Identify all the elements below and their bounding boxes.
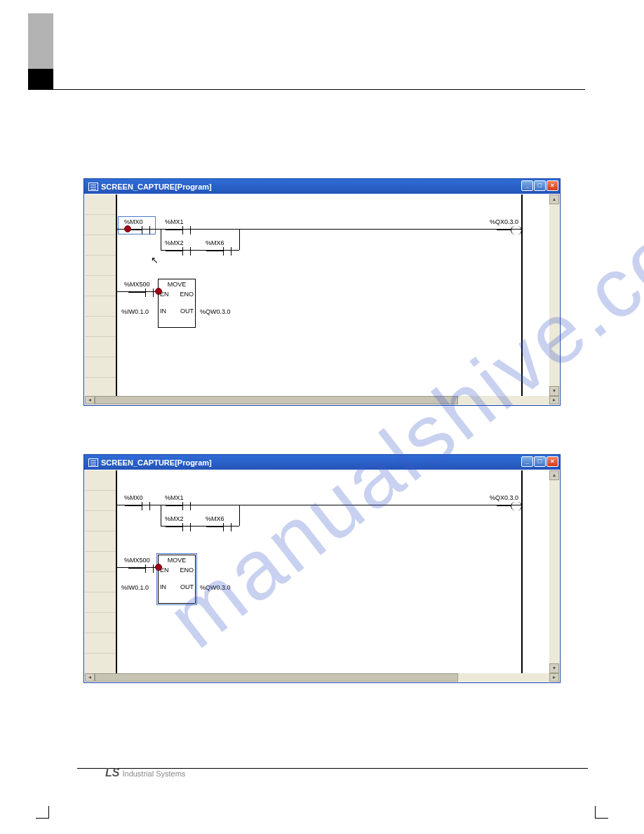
window-a: SCREEN_CAPTURE[Program] _ □ × (83, 178, 561, 406)
scroll-right-button[interactable]: ▸ (549, 673, 559, 682)
function-block-move[interactable]: MOVE EN ENO IN OUT (158, 555, 196, 604)
program-icon (88, 183, 98, 191)
contact-mx0[interactable]: %MX0 (124, 494, 143, 502)
contact-label: %MX500 (124, 281, 150, 288)
coil-label: %QX0.3.0 (490, 494, 518, 501)
contact-mx1[interactable]: %MX1 (165, 218, 184, 226)
left-rail (116, 470, 117, 673)
contact-mx6[interactable]: %MX6 (206, 515, 224, 523)
fb-pin-eno: ENO (180, 567, 194, 574)
scroll-down-button[interactable]: ▾ (549, 663, 559, 673)
close-button[interactable]: × (546, 180, 558, 191)
contact-mx2[interactable]: %MX2 (165, 239, 184, 247)
scroll-thumb[interactable] (95, 396, 458, 404)
fb-in-value: %IW0.1.0 (121, 308, 149, 315)
contact-label: %MX500 (124, 557, 150, 564)
maximize-button[interactable]: □ (534, 180, 546, 191)
fb-out-value: %QW0.3.0 (200, 584, 231, 591)
right-rail (521, 194, 523, 396)
wire (161, 229, 161, 250)
scroll-left-button[interactable]: ◂ (85, 673, 95, 682)
titlebar-b[interactable]: SCREEN_CAPTURE[Program] _ □ × (84, 455, 560, 470)
program-icon (88, 458, 98, 467)
contact-label: %MX0 (124, 218, 143, 225)
contact-mx2[interactable]: %MX2 (165, 515, 184, 523)
contact-label: %MX1 (165, 494, 184, 501)
logo-suffix: Industrial Systems (122, 769, 185, 778)
close-button[interactable]: × (546, 456, 558, 467)
minimize-button[interactable]: _ (521, 180, 533, 191)
window-title-a: SCREEN_CAPTURE[Program] (101, 183, 212, 191)
contact-mx500[interactable]: %MX500 (124, 281, 150, 289)
right-rail (521, 470, 523, 673)
left-rail (116, 194, 117, 396)
contact-mx1[interactable]: %MX1 (165, 494, 184, 502)
minimize-button[interactable]: _ (521, 456, 533, 467)
contact-label: %MX0 (124, 494, 143, 501)
contact-label: %MX1 (165, 218, 184, 225)
vertical-scrollbar[interactable]: ▴ ▾ (549, 194, 559, 396)
row-gutter (85, 470, 116, 673)
contact-label: %MX2 (165, 239, 184, 246)
scroll-thumb[interactable] (95, 673, 458, 682)
fb-pin-out: OUT (180, 583, 194, 590)
fb-pin-in: IN (160, 583, 166, 590)
breakpoint-icon[interactable] (124, 225, 131, 232)
crop-mark (596, 818, 608, 819)
coil-qx030[interactable]: %QX0.3.0 (490, 494, 518, 502)
contact-label: %MX6 (206, 239, 224, 246)
coil-qx030[interactable]: %QX0.3.0 (490, 218, 518, 226)
page-header-rule (53, 89, 585, 90)
mouse-cursor-icon: ↖ (151, 255, 159, 265)
scroll-up-button[interactable]: ▴ (549, 194, 559, 204)
row-gutter (85, 194, 116, 396)
fb-in-value: %IW0.1.0 (121, 584, 149, 591)
crop-mark (36, 818, 48, 819)
wire (161, 505, 161, 526)
window-b: SCREEN_CAPTURE[Program] _ □ × %MX0 (83, 454, 561, 683)
wire (239, 229, 240, 250)
fb-pin-out: OUT (180, 307, 194, 315)
contact-label: %MX2 (165, 515, 184, 522)
logo-text: LS (105, 767, 119, 779)
ladder-canvas-a[interactable]: %MX0 %MX1 %QX0.3.0 (116, 194, 549, 396)
page-header-mark (28, 13, 53, 90)
crop-mark (595, 806, 596, 819)
horizontal-scrollbar[interactable]: ◂ ▸ (85, 396, 559, 404)
function-block-move[interactable]: MOVE EN ENO IN OUT (158, 279, 196, 328)
footer-logo: LSIndustrial Systems (105, 767, 185, 779)
titlebar-a[interactable]: SCREEN_CAPTURE[Program] _ □ × (84, 179, 560, 194)
vertical-scrollbar[interactable]: ▴ ▾ (549, 470, 559, 673)
breakpoint-icon[interactable] (155, 564, 162, 571)
window-title-b: SCREEN_CAPTURE[Program] (101, 458, 212, 467)
scroll-left-button[interactable]: ◂ (85, 396, 95, 404)
fb-name: MOVE (159, 279, 195, 289)
breakpoint-icon[interactable] (155, 288, 162, 295)
fb-out-value: %QW0.3.0 (200, 308, 231, 315)
scroll-right-button[interactable]: ▸ (549, 396, 559, 404)
scroll-down-button[interactable]: ▾ (549, 386, 559, 396)
horizontal-scrollbar[interactable]: ◂ ▸ (85, 673, 559, 682)
contact-label: %MX6 (206, 515, 224, 522)
contact-mx500[interactable]: %MX500 (124, 557, 150, 564)
ladder-canvas-b[interactable]: %MX0 %MX1 %QX0.3.0 %MX2 (116, 470, 549, 673)
scroll-up-button[interactable]: ▴ (549, 470, 559, 480)
coil-label: %QX0.3.0 (490, 218, 518, 225)
contact-mx6[interactable]: %MX6 (206, 239, 224, 247)
maximize-button[interactable]: □ (534, 456, 546, 467)
wire (239, 505, 240, 526)
fb-name: MOVE (159, 555, 195, 565)
fb-pin-in: IN (160, 307, 166, 315)
crop-mark (48, 806, 49, 819)
fb-pin-eno: ENO (180, 291, 194, 298)
